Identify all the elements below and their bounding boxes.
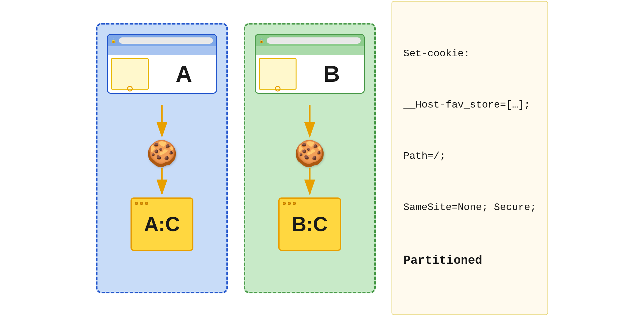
arrow-cookie-storage-b: 🍪 B:C [278, 103, 341, 251]
storage-dot-b1 [283, 202, 286, 205]
titlebar-a: 🔒 [108, 35, 216, 46]
storage-dot-a1 [135, 202, 138, 205]
site-label-a: A [176, 61, 192, 87]
cookie-emoji-a: 🍪 [146, 141, 178, 166]
browser-window-b: 🔒 B [255, 34, 365, 94]
browser-content-a: A [108, 55, 216, 93]
lock-icon-a: 🔒 [111, 38, 116, 43]
urlbar-b [267, 37, 361, 44]
storage-dot-b3 [293, 202, 296, 205]
arrow-svg-b2 [291, 166, 329, 197]
code-line-2: Path=/; [403, 148, 536, 165]
iframe-b [259, 58, 297, 90]
storage-dot-a3 [145, 202, 148, 205]
site-label-b: B [324, 61, 340, 87]
storage-dots-a [135, 202, 148, 205]
arrow-svg-a [143, 103, 181, 141]
toolbar-a [108, 46, 216, 55]
storage-dots-b [283, 202, 296, 205]
storage-label-a: A:C [144, 213, 180, 236]
code-line-1: __Host-fav_store=[…]; [403, 97, 536, 114]
arrow-cookie-storage-a: 🍪 A:C [130, 103, 193, 251]
urlbar-a [119, 37, 213, 44]
storage-dot-a2 [140, 202, 143, 205]
partition-box-a: 🔒 A [96, 23, 228, 293]
main-container: 🔒 A [83, 0, 561, 316]
main-area-a: A [152, 55, 216, 93]
toolbar-b [256, 46, 364, 55]
storage-label-b: B:C [292, 213, 328, 236]
storage-dot-b2 [288, 202, 291, 205]
iframe-dot-a [127, 86, 133, 91]
main-area-b: B [300, 55, 364, 93]
storage-box-a: A:C [130, 197, 193, 251]
iframe-a [111, 58, 149, 90]
cookie-emoji-b: 🍪 [294, 141, 325, 166]
titlebar-b: 🔒 [256, 35, 364, 46]
browser-content-b: B [256, 55, 364, 93]
iframe-dot-b [275, 86, 280, 91]
browser-window-a: 🔒 A [107, 34, 217, 94]
code-block: Set-cookie: __Host-fav_store=[…]; Path=/… [391, 1, 548, 315]
lock-icon-b: 🔒 [259, 38, 264, 43]
code-line-3: SameSite=None; Secure; [403, 199, 536, 216]
arrow-svg-b [291, 103, 329, 141]
code-line-0: Set-cookie: [403, 45, 536, 62]
code-line-4: Partitioned [403, 251, 536, 271]
partition-box-b: 🔒 B 🍪 [244, 23, 376, 293]
storage-box-b: B:C [278, 197, 341, 251]
arrow-svg-a2 [143, 166, 181, 197]
